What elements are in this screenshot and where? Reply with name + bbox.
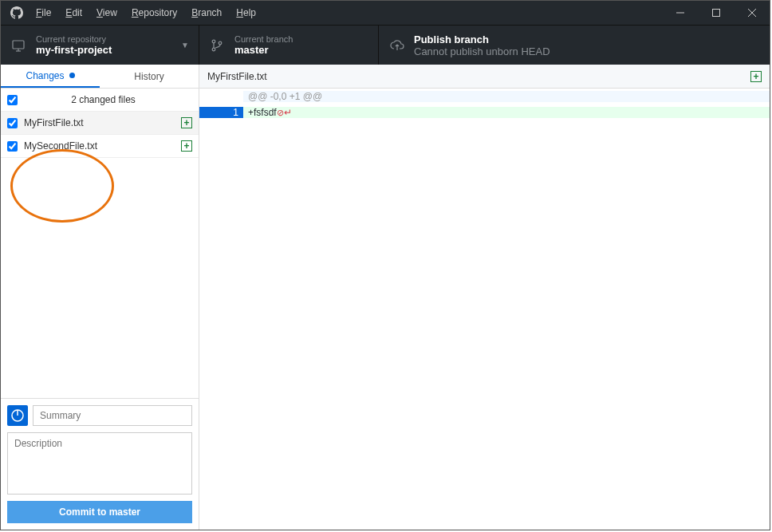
menu-bar: File Edit View Repository Branch Help: [33, 7, 256, 18]
file-row[interactable]: MySecondFile.txt +: [1, 135, 199, 158]
menu-edit[interactable]: Edit: [65, 7, 82, 18]
commit-button[interactable]: Commit to master: [7, 501, 192, 523]
file-name: MySecondFile.txt: [24, 140, 181, 152]
cloud-upload-icon: [390, 39, 409, 52]
minimize-button[interactable]: [662, 1, 698, 25]
repo-selector[interactable]: Current repository my-first-project ▼: [1, 26, 199, 65]
menu-repository[interactable]: Repository: [132, 7, 177, 18]
file-name: MyFirstFile.txt: [24, 117, 181, 128]
diff-filename: MyFirstFile.txt: [207, 71, 750, 82]
file-checkbox[interactable]: [7, 141, 18, 152]
monitor-icon: [12, 39, 31, 52]
publish-value: Cannot publish unborn HEAD: [414, 45, 550, 57]
git-branch-icon: [211, 39, 230, 52]
titlebar: File Edit View Repository Branch Help: [1, 1, 770, 25]
close-button[interactable]: [734, 1, 770, 25]
app-window: File Edit View Repository Branch Help Cu…: [0, 0, 770, 530]
menu-view[interactable]: View: [96, 7, 117, 18]
maximize-button[interactable]: [698, 1, 734, 25]
main-area: Changes History 2 changed files MyFirstF…: [1, 65, 770, 530]
diff-body: @@ -0,0 +1 @@ 1 +fsfsdf⊘↵: [199, 89, 770, 530]
branch-selector[interactable]: Current branch master: [199, 26, 379, 65]
description-input[interactable]: [7, 432, 192, 495]
commit-form: Commit to master: [1, 398, 199, 530]
header-bar: Current repository my-first-project ▼ Cu…: [1, 25, 770, 65]
select-all-checkbox[interactable]: [7, 95, 18, 105]
diff-header: MyFirstFile.txt +: [199, 65, 770, 89]
file-checkbox[interactable]: [7, 118, 18, 128]
publish-section[interactable]: Publish branch Cannot publish unborn HEA…: [379, 26, 770, 65]
sidebar: Changes History 2 changed files MyFirstF…: [1, 65, 199, 530]
menu-branch[interactable]: Branch: [191, 7, 222, 18]
no-newline-icon: ⊘: [277, 108, 284, 117]
svg-point-7: [212, 40, 215, 43]
sidebar-tabs: Changes History: [1, 65, 199, 89]
file-list: MyFirstFile.txt + MySecondFile.txt +: [1, 112, 199, 398]
svg-rect-4: [13, 41, 24, 49]
added-icon: +: [181, 117, 192, 128]
diff-hunk-header: @@ -0,0 +1 @@: [199, 89, 770, 104]
svg-rect-1: [712, 10, 719, 17]
svg-point-9: [219, 41, 222, 45]
svg-point-8: [212, 48, 215, 51]
added-icon: +: [750, 71, 762, 82]
file-row[interactable]: MyFirstFile.txt +: [1, 112, 199, 135]
menu-file[interactable]: File: [36, 7, 51, 18]
tab-changes[interactable]: Changes: [1, 65, 100, 88]
branch-label: Current branch: [234, 34, 293, 44]
repo-label: Current repository: [36, 34, 112, 44]
added-icon: +: [181, 140, 192, 152]
diff-line-added[interactable]: 1 +fsfsdf⊘↵: [199, 104, 770, 120]
chevron-down-icon: ▼: [181, 41, 189, 49]
tab-history[interactable]: History: [100, 65, 199, 88]
changed-files-count: 2 changed files: [24, 94, 199, 105]
publish-label: Publish branch: [414, 33, 550, 45]
avatar-icon: [7, 405, 28, 426]
branch-value: master: [234, 44, 293, 56]
changes-indicator-dot: [69, 73, 75, 78]
changed-files-header: 2 changed files: [1, 89, 199, 112]
diff-pane: MyFirstFile.txt + @@ -0,0 +1 @@ 1 +fsfsd…: [199, 65, 770, 530]
summary-input[interactable]: [33, 405, 192, 426]
menu-help[interactable]: Help: [236, 7, 256, 18]
repo-value: my-first-project: [36, 44, 112, 56]
github-logo-icon: [1, 6, 33, 19]
